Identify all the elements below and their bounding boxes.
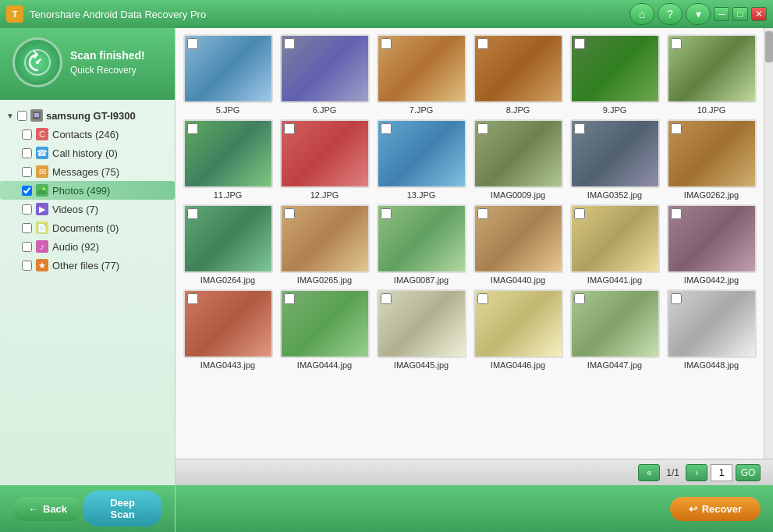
photo-cell[interactable]: IMAG0009.jpg [472,119,564,200]
device-checkbox[interactable] [17,111,27,121]
photo-cell[interactable]: IMAG0262.jpg [665,119,757,200]
photo-cell[interactable]: 12.JPG [278,119,371,200]
photo-thumbnail[interactable] [183,34,273,103]
photo-thumbnail[interactable] [280,289,370,358]
sidebar-item-videos[interactable]: ▶ Videos (7) [0,200,175,218]
audio-checkbox[interactable] [22,242,32,252]
photo-thumbnail[interactable] [183,289,273,358]
photo-cell[interactable]: IMAG0446.jpg [472,289,564,370]
photo-checkbox[interactable] [187,38,198,49]
first-page-button[interactable]: « [638,464,660,481]
recover-button[interactable]: ↩ Recover [670,497,761,521]
sidebar-item-documents[interactable]: 📄 Documents (0) [0,218,175,237]
photo-thumbnail[interactable] [473,204,563,273]
photo-thumbnail[interactable] [667,119,757,188]
scrollbar-thumb[interactable] [765,31,773,62]
photo-checkbox[interactable] [477,293,488,304]
maximize-button[interactable]: □ [732,7,748,21]
photo-thumbnail[interactable] [473,34,563,103]
next-page-button[interactable]: › [686,464,707,481]
photo-cell[interactable]: 8.JPG [472,34,564,115]
photo-checkbox[interactable] [477,38,488,49]
photo-checkbox[interactable] [381,293,392,304]
photo-checkbox[interactable] [187,208,198,219]
photo-cell[interactable]: 9.JPG [569,34,661,115]
photo-thumbnail[interactable] [473,289,563,358]
photo-thumbnail[interactable] [570,34,660,103]
photo-checkbox[interactable] [381,123,392,134]
photo-checkbox[interactable] [574,208,585,219]
photo-thumbnail[interactable] [667,204,757,273]
deep-scan-button[interactable]: Deep Scan [83,491,162,527]
photo-cell[interactable]: IMAG0442.jpg [665,204,757,285]
back-button[interactable]: ← Back [12,497,83,521]
photo-checkbox[interactable] [574,123,585,134]
photo-cell[interactable]: IMAG0448.jpg [665,289,757,370]
close-button[interactable]: ✕ [751,7,767,21]
photo-thumbnail[interactable] [667,34,757,103]
photo-thumbnail[interactable] [280,204,370,273]
photo-checkbox[interactable] [574,293,585,304]
minimize-button[interactable]: ─ [714,7,729,21]
photo-checkbox[interactable] [671,123,682,134]
photo-cell[interactable]: IMAG0444.jpg [278,289,371,370]
dropdown-button[interactable]: ▾ [686,3,711,25]
photo-cell[interactable]: 13.JPG [375,119,467,200]
photo-cell[interactable]: 7.JPG [375,34,467,115]
messages-checkbox[interactable] [22,167,32,177]
photo-cell[interactable]: IMAG0440.jpg [472,204,564,285]
photo-cell[interactable]: IMAG0265.jpg [278,204,371,285]
photo-thumbnail[interactable] [280,119,370,188]
photo-cell[interactable]: 10.JPG [665,34,757,115]
photo-thumbnail[interactable] [183,204,273,273]
photo-cell[interactable]: IMAG0087.jpg [375,204,467,285]
photo-checkbox[interactable] [671,38,682,49]
photo-cell[interactable]: IMAG0441.jpg [569,204,661,285]
photos-checkbox[interactable] [22,186,32,196]
photo-thumbnail[interactable] [183,119,273,188]
photo-thumbnail[interactable] [473,119,563,188]
help-button[interactable]: ? [658,3,683,25]
photo-thumbnail[interactable] [280,34,370,103]
home-button[interactable]: ⌂ [629,3,654,25]
photo-cell[interactable]: IMAG0264.jpg [182,204,274,285]
contacts-checkbox[interactable] [22,129,32,140]
photo-cell[interactable]: 6.JPG [278,34,371,115]
other-checkbox[interactable] [22,261,32,271]
photo-thumbnail[interactable] [570,119,660,188]
photo-cell[interactable]: IMAG0352.jpg [569,119,661,200]
page-number-input[interactable] [711,464,732,481]
photo-cell[interactable]: IMAG0447.jpg [569,289,661,370]
photo-cell[interactable]: IMAG0445.jpg [375,289,467,370]
photo-checkbox[interactable] [381,208,392,219]
sidebar-item-call-history[interactable]: ☎ Call history (0) [0,144,175,162]
photo-cell[interactable]: IMAG0443.jpg [182,289,274,370]
photo-checkbox[interactable] [477,208,488,219]
videos-checkbox[interactable] [22,204,32,215]
photo-checkbox[interactable] [187,293,198,304]
sidebar-item-audio[interactable]: ♪ Audio (92) [0,237,175,256]
photo-cell[interactable]: 5.JPG [182,34,274,115]
photo-thumbnail[interactable] [377,204,466,273]
go-button[interactable]: GO [736,464,761,481]
photo-checkbox[interactable] [284,293,295,304]
photo-checkbox[interactable] [671,293,682,304]
sidebar-item-messages[interactable]: ✉ Messages (75) [0,162,175,181]
photo-checkbox[interactable] [477,123,488,134]
scrollbar-track[interactable] [764,28,773,459]
photo-checkbox[interactable] [284,208,295,219]
sidebar-item-photos[interactable]: Photos (499) [0,181,175,200]
photo-thumbnail[interactable] [667,289,757,358]
sidebar-item-other[interactable]: ★ Other files (77) [0,256,175,275]
photo-thumbnail[interactable] [377,119,466,188]
photo-checkbox[interactable] [187,123,198,134]
photo-cell[interactable]: 11.JPG [182,119,274,200]
photo-checkbox[interactable] [671,208,682,219]
sidebar-item-contacts[interactable]: C Contacts (246) [0,125,175,144]
photo-checkbox[interactable] [381,38,392,49]
photo-thumbnail[interactable] [570,204,660,273]
call-checkbox[interactable] [22,148,32,158]
photo-thumbnail[interactable] [377,289,466,358]
photo-checkbox[interactable] [284,38,295,49]
photo-thumbnail[interactable] [377,34,466,103]
